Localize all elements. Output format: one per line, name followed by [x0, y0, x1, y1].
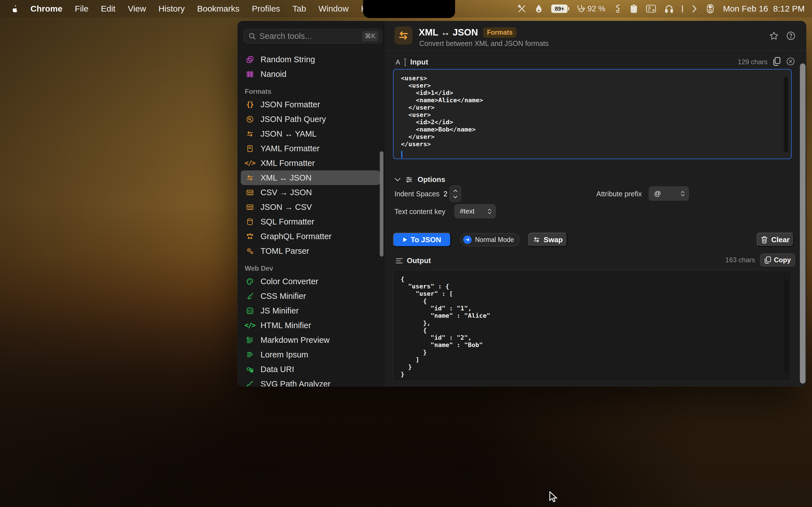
- tool-label: SQL Formatter: [260, 217, 314, 226]
- sidebar-item-nanoid[interactable]: Nanoid: [241, 67, 380, 81]
- sidebar-item-json-path-query[interactable]: JSON Path Query: [241, 112, 380, 126]
- search-placeholder: Search tools...: [259, 32, 362, 41]
- copy-button[interactable]: Copy: [760, 253, 795, 267]
- sidebar-item-json-formatter[interactable]: {} JSON Formatter: [241, 97, 380, 112]
- sidebar-item-sql-formatter[interactable]: SQL Formatter: [241, 214, 380, 229]
- tool-label: SVG Path Analyzer: [260, 379, 331, 387]
- tool-icon-swap-arrows: [395, 26, 412, 45]
- toggles-icon[interactable]: [706, 4, 714, 13]
- headphones-icon[interactable]: [665, 4, 673, 13]
- shortcut-card-icon[interactable]: [646, 4, 656, 13]
- indent-spaces-value: 2: [444, 186, 448, 201]
- sidebar-item-json-yaml[interactable]: JSON ↔ YAML: [241, 126, 380, 141]
- swirl-icon[interactable]: [614, 4, 622, 13]
- convert-button[interactable]: To JSON: [393, 233, 451, 247]
- text-format-icon: A: [396, 58, 400, 66]
- chevron-right-icon[interactable]: [691, 4, 698, 13]
- help-icon[interactable]: [786, 31, 796, 42]
- clear-button[interactable]: Clear: [757, 233, 794, 247]
- favorite-star-icon[interactable]: [769, 31, 779, 42]
- sidebar-item-data-uri[interactable]: Data URI: [241, 362, 380, 377]
- menu-item-bookmarks[interactable]: Bookmarks: [197, 4, 239, 13]
- tool-label: CSS Minifier: [260, 291, 306, 301]
- output-scrollbar[interactable]: [784, 279, 789, 372]
- sidebar-item-xml-formatter[interactable]: </> XML Formatter: [241, 156, 380, 170]
- sidebar-scrollbar[interactable]: [380, 151, 384, 257]
- svg-text:{}: {}: [248, 309, 252, 313]
- attribute-prefix-label: Attribute prefix: [596, 186, 642, 201]
- input-char-count: 129 chars: [738, 58, 767, 66]
- tool-label: YAML Formatter: [260, 144, 320, 153]
- sidebar-item-markdown-preview[interactable]: Markdown Preview: [241, 333, 380, 347]
- sidebar-item-color-converter[interactable]: Color Converter: [241, 274, 380, 289]
- input-section-label: A Input: [396, 58, 428, 66]
- menu-item-edit[interactable]: Edit: [101, 4, 116, 13]
- tool-label: CSV → JSON: [260, 188, 312, 197]
- menu-time: 8:12 PM: [773, 4, 805, 13]
- menu-item-profiles[interactable]: Profiles: [252, 4, 280, 13]
- clipboard-icon[interactable]: [630, 4, 638, 13]
- text-cursor-icon: [404, 59, 406, 66]
- options-header[interactable]: Options: [395, 175, 445, 184]
- clear-input-icon[interactable]: [786, 57, 795, 67]
- sensor-percent: 92 %: [587, 4, 605, 13]
- menu-item-tab[interactable]: Tab: [292, 4, 306, 13]
- tool-label: Random String: [260, 55, 315, 64]
- list-icon: [396, 258, 403, 264]
- sidebar-item-random-string[interactable]: Random String: [241, 52, 380, 67]
- stethoscope-icon[interactable]: 92 %: [576, 4, 605, 13]
- tool-label: JSON ↔ YAML: [260, 129, 317, 138]
- copy-icon: [764, 256, 771, 264]
- menu-item-window[interactable]: Window: [319, 4, 349, 13]
- sidebar-item-lorem-ipsum[interactable]: Lorem Ipsum: [241, 347, 380, 362]
- paste-icon[interactable]: [772, 57, 781, 67]
- menu-bar-status: 89 92 %: [517, 4, 812, 13]
- table-icon: [246, 188, 254, 196]
- window-scrollbar[interactable]: [800, 63, 806, 384]
- sidebar-item-html-minifier[interactable]: </> HTML Minifier: [241, 318, 380, 333]
- text-content-key-select[interactable]: #text: [455, 204, 496, 218]
- input-editor[interactable]: <users> <user> <id>1</id> <name>Alice</n…: [393, 69, 792, 159]
- tool-label: HTML Minifier: [260, 321, 311, 330]
- sidebar-item-css-minifier[interactable]: CSS Minifier: [241, 289, 380, 303]
- output-section-label: Output: [396, 256, 431, 265]
- sidebar-item-csv-json[interactable]: CSV → JSON: [241, 185, 380, 200]
- apple-menu-icon[interactable]: [11, 4, 18, 13]
- sidebar-item-json-csv[interactable]: JSON → CSV: [241, 200, 380, 214]
- sidebar-item-xml-json[interactable]: XML ↔ JSON: [241, 170, 380, 185]
- sidebar-item-svg-path-analyzer[interactable]: SVG Path Analyzer: [241, 377, 380, 386]
- search-input[interactable]: Search tools... ⌘K: [244, 29, 382, 43]
- desktop: Chrome File Edit View History Bookmarks …: [0, 0, 812, 507]
- droplet-icon[interactable]: [535, 4, 543, 13]
- barcode-icon: [246, 70, 254, 78]
- text-caret: [401, 151, 402, 158]
- input-scrollbar[interactable]: [784, 77, 788, 152]
- tool-label: XML ↔ JSON: [260, 173, 312, 182]
- battery-indicator[interactable]: 89: [551, 4, 567, 13]
- search-shortcut-badge: ⌘K: [362, 31, 378, 41]
- indent-spaces-label: Indent Spaces: [395, 186, 440, 201]
- menu-item-history[interactable]: History: [158, 4, 185, 13]
- menu-item-view[interactable]: View: [128, 4, 146, 13]
- menu-item-file[interactable]: File: [75, 4, 88, 13]
- sidebar-item-js-minifier[interactable]: {} JS Minifier: [241, 303, 380, 318]
- curly-braces-icon: {}: [246, 101, 254, 108]
- tools-icon[interactable]: [517, 4, 526, 13]
- input-code[interactable]: <users> <user> <id>1</id> <name>Alice</n…: [394, 69, 791, 153]
- checklist-icon: [246, 336, 254, 344]
- attribute-prefix-select[interactable]: @: [649, 186, 689, 201]
- swap-arrows-icon: [246, 174, 254, 182]
- output-viewer[interactable]: { "users" : { "user" : [ { "id" : "1", "…: [393, 270, 792, 381]
- swap-button[interactable]: Swap: [528, 233, 567, 247]
- sidebar-item-toml-parser[interactable]: TOML Parser: [241, 244, 380, 258]
- menu-app-name[interactable]: Chrome: [31, 4, 62, 13]
- sidebar-item-yaml-formatter[interactable]: YAML Formatter: [241, 141, 380, 156]
- menu-clock[interactable]: Mon Feb 16 8:12 PM: [723, 4, 805, 13]
- mode-toggle[interactable]: Normal Mode: [460, 233, 520, 246]
- tool-pane: XML ↔ JSON Formats Convert between XML a…: [384, 21, 806, 386]
- sidebar-item-graphql-formatter[interactable]: GraphQL Formatter: [241, 229, 380, 244]
- indent-stepper[interactable]: [450, 186, 461, 202]
- mouse-cursor: [549, 491, 559, 504]
- section-label-formats: Formats: [241, 86, 380, 97]
- text-lines-icon: [246, 351, 254, 358]
